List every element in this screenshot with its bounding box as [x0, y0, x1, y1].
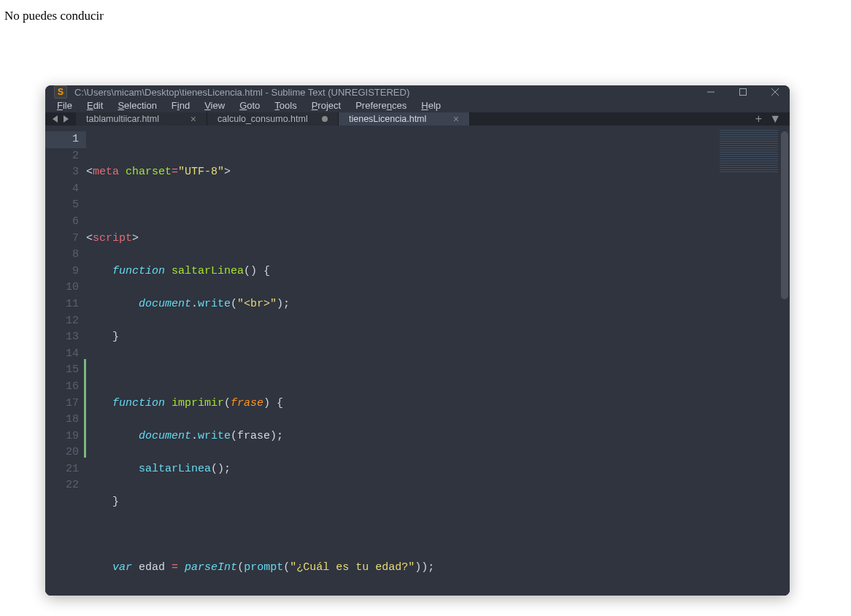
- tab-close-icon[interactable]: ×: [190, 113, 196, 125]
- menu-tools[interactable]: Tools: [269, 99, 302, 112]
- menu-find[interactable]: Find: [166, 99, 196, 112]
- tab-nav-back[interactable]: [53, 112, 58, 126]
- menu-preferences[interactable]: Preferences: [350, 99, 412, 112]
- tab-dirty-icon: [322, 116, 328, 122]
- vertical-scrollbar[interactable]: [781, 131, 788, 299]
- new-tab-button[interactable]: +: [755, 112, 762, 126]
- close-icon: [771, 88, 779, 96]
- browser-output-text: No puedes conducir: [4, 9, 104, 23]
- change-marker: [84, 359, 86, 458]
- tab-label: tablamultiicar.html: [86, 114, 159, 124]
- tab-dropdown-button[interactable]: ▼: [769, 112, 781, 126]
- editor-area[interactable]: 1 2 3 4 5 6 7 8 9 10 11 12 13 14 15 16 1…: [45, 126, 790, 596]
- window-title: C:\Users\micam\Desktop\tienesLicencia.ht…: [74, 87, 705, 98]
- menu-edit[interactable]: Edit: [81, 99, 109, 112]
- tab-label: tienesLicencia.html: [349, 114, 426, 124]
- tabbar: tablamultiicar.html × calculo_consumo.ht…: [45, 112, 790, 126]
- svg-rect-1: [740, 89, 747, 96]
- tab-close-icon[interactable]: ×: [453, 113, 459, 125]
- app-icon: S: [54, 85, 67, 99]
- minimap-preview: [720, 130, 778, 174]
- menu-project[interactable]: Project: [306, 99, 347, 112]
- maximize-icon: [739, 88, 747, 96]
- tab-tablamultiicar[interactable]: tablamultiicar.html ×: [76, 112, 207, 126]
- svg-marker-4: [53, 115, 58, 123]
- maximize-button[interactable]: [737, 86, 749, 98]
- sublime-window: S C:\Users\micam\Desktop\tienesLicencia.…: [45, 85, 790, 596]
- menu-help[interactable]: Help: [415, 99, 447, 112]
- minimap[interactable]: [717, 126, 790, 596]
- tab-tieneslicencia[interactable]: tienesLicencia.html ×: [339, 112, 470, 126]
- line-number-gutter: 1 2 3 4 5 6 7 8 9 10 11 12 13 14 15 16 1…: [45, 126, 86, 596]
- menubar: File Edit Selection Find View Goto Tools…: [45, 99, 790, 112]
- close-button[interactable]: [769, 86, 781, 98]
- minimize-icon: [706, 88, 715, 96]
- tab-label: calculo_consumo.html: [217, 114, 308, 124]
- menu-view[interactable]: View: [199, 99, 231, 112]
- menu-goto[interactable]: Goto: [234, 99, 266, 112]
- svg-marker-5: [63, 115, 69, 123]
- tab-nav-forward[interactable]: [63, 112, 69, 126]
- minimize-button[interactable]: [705, 86, 717, 98]
- menu-selection[interactable]: Selection: [112, 99, 162, 112]
- titlebar[interactable]: S C:\Users\micam\Desktop\tienesLicencia.…: [45, 85, 790, 99]
- tab-calculo-consumo[interactable]: calculo_consumo.html: [207, 112, 339, 126]
- menu-file[interactable]: File: [51, 99, 78, 112]
- code-content[interactable]: <meta charset="UTF-8"> <script> function…: [86, 126, 717, 596]
